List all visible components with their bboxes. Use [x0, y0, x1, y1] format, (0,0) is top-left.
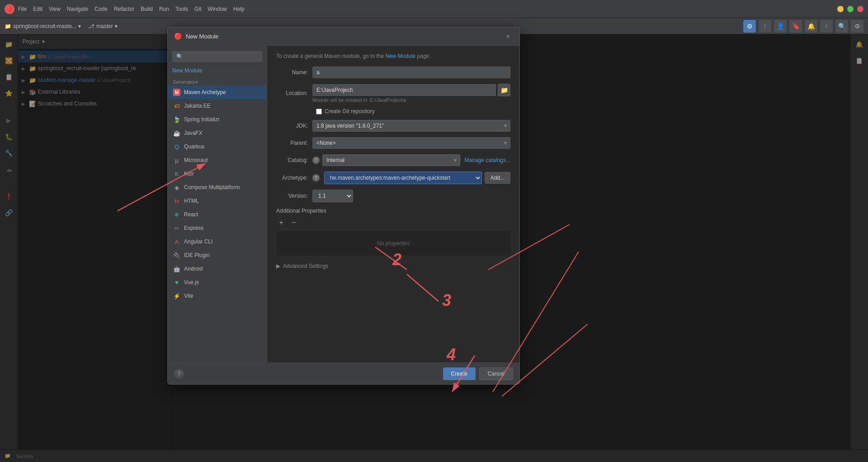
menu-refactor[interactable]: Refactor — [114, 6, 134, 12]
gen-item-express[interactable]: ex Express — [168, 221, 267, 235]
menu-build[interactable]: Build — [141, 6, 153, 12]
gen-label-micronaut: Micronaut — [184, 157, 208, 163]
no-properties-text: No properties — [276, 231, 510, 256]
project-name[interactable]: 📁 springboot-recruit-maste... ▾ — [5, 23, 81, 29]
new-module-link[interactable]: New Module — [386, 53, 416, 59]
html-icon: H — [173, 197, 180, 205]
dialog-generators-panel: New Module Generators M Maven Archetype … — [168, 46, 267, 362]
menu-git[interactable]: Git — [194, 6, 201, 12]
gen-label-angular: Angular CLI — [184, 238, 212, 245]
gen-item-javafx[interactable]: ☕ JavaFX — [168, 126, 267, 140]
gen-label-html: HTML — [184, 198, 199, 204]
branch-name[interactable]: ⎇ master ▾ — [88, 23, 118, 29]
menu-run[interactable]: Run — [159, 6, 169, 12]
catalog-row: Catalog: ? Internal Manage catalogs... — [276, 154, 510, 166]
gen-item-ktor[interactable]: K Ktor — [168, 167, 267, 181]
remove-property-button[interactable]: − — [289, 218, 299, 228]
jakarta-icon: 🏷 — [173, 102, 180, 110]
gen-item-react[interactable]: ⚛ React — [168, 208, 267, 221]
notification-icon-btn[interactable]: 🔔 — [805, 20, 817, 33]
footer-buttons: Create Cancel — [443, 367, 513, 380]
close-button[interactable] — [857, 6, 863, 12]
gen-item-jakarta[interactable]: 🏷 Jakarta EE — [168, 99, 267, 113]
dialog-close-button[interactable]: × — [503, 32, 513, 42]
ktor-icon: K — [173, 170, 180, 177]
menu-window[interactable]: Window — [208, 6, 227, 12]
gen-item-ide[interactable]: 🔌 IDE Plugin — [168, 248, 267, 262]
gen-label-express: Express — [184, 225, 203, 231]
vcs-icon-btn[interactable]: ↑ — [820, 20, 833, 33]
dialog-footer: ? Create Cancel — [168, 362, 519, 384]
menu-tools[interactable]: Tools — [175, 6, 188, 12]
settings-toolbar-btn[interactable]: ⚙ — [743, 20, 756, 33]
gen-item-quarkus[interactable]: Q Quarkus — [168, 140, 267, 153]
jdk-select[interactable]: 1.8 java version "1.8.0_271" — [312, 120, 510, 132]
git-checkbox-label[interactable]: Create Git repository — [325, 108, 375, 114]
advanced-label: Advanced Settings — [283, 263, 328, 269]
generator-search-input[interactable] — [172, 51, 262, 62]
gen-item-html[interactable]: H HTML — [168, 194, 267, 208]
version-row: Version: 1.1 — [276, 190, 510, 202]
menu-file[interactable]: File — [18, 6, 27, 12]
menu-edit[interactable]: Edit — [33, 6, 42, 12]
add-archetype-button[interactable]: Add... — [485, 172, 510, 184]
gen-item-vite[interactable]: ⚡ Vite — [168, 289, 267, 303]
help-button[interactable]: ? — [174, 369, 184, 379]
maven-icon: M — [173, 89, 180, 96]
spring-icon: 🍃 — [173, 116, 180, 123]
name-row: Name: — [276, 67, 510, 78]
archetype-help-icon[interactable]: ? — [312, 174, 320, 181]
catalog-label: Catalog: — [288, 157, 308, 163]
project-dropdown-icon: ▾ — [78, 23, 81, 29]
javafx-icon: ☕ — [173, 129, 180, 137]
app-logo: 🔴 — [5, 4, 14, 14]
name-input[interactable] — [312, 67, 510, 78]
branch-dropdown-icon: ▾ — [115, 23, 118, 29]
gen-item-micronaut[interactable]: μ Micronaut — [168, 153, 267, 167]
new-module-item[interactable]: New Module — [168, 66, 267, 77]
location-input[interactable] — [312, 84, 496, 96]
git-repository-checkbox[interactable] — [316, 109, 322, 114]
parent-select[interactable]: <None> — [312, 137, 510, 149]
git-checkbox-row: Create Git repository — [316, 108, 510, 114]
more-toolbar-btn[interactable]: ⋮ — [759, 20, 771, 33]
gen-item-vuejs[interactable]: ▼ Vue.js — [168, 276, 267, 289]
gen-item-android[interactable]: 🤖 Android — [168, 262, 267, 276]
catalog-select-wrapper: Internal — [322, 154, 460, 166]
gear-icon-btn[interactable]: ⚙ — [851, 20, 863, 33]
version-select[interactable]: 1.1 — [312, 190, 353, 202]
location-control: 📁 Module will be created in: E:\JavaProj… — [312, 84, 510, 103]
menu-view[interactable]: View — [49, 6, 61, 12]
catalog-label-text: Catalog: — [276, 157, 312, 163]
gen-label-quarkus: Quarkus — [184, 143, 204, 150]
create-button[interactable]: Create — [443, 367, 476, 380]
add-property-button[interactable]: + — [276, 218, 286, 228]
menu-code[interactable]: Code — [94, 6, 108, 12]
bookmark-icon-btn[interactable]: 🔖 — [789, 20, 802, 33]
gen-item-maven[interactable]: M Maven Archetype — [168, 86, 267, 99]
advanced-settings-toggle[interactable]: ▶ Advanced Settings — [276, 263, 510, 269]
gen-label-ktor: Ktor — [184, 171, 194, 177]
window-controls — [837, 6, 863, 12]
gen-item-compose[interactable]: ◈ Compose Multiplatform — [168, 181, 267, 194]
gen-item-spring[interactable]: 🍃 Spring Initializr — [168, 113, 267, 126]
dialog-form-panel: To create a general Maven module, go to … — [267, 46, 519, 362]
gen-item-angular[interactable]: A Angular CLI — [168, 235, 267, 248]
manage-catalogs-link[interactable]: Manage catalogs... — [465, 157, 510, 163]
header-toolbar: ⚙ ⋮ 👤 🔖 🔔 ↑ 🔍 ⚙ — [743, 20, 863, 33]
location-label: Location: — [276, 90, 312, 96]
restore-button[interactable] — [847, 6, 854, 12]
menu-help[interactable]: Help — [233, 6, 245, 12]
search-icon-btn[interactable]: 🔍 — [835, 20, 848, 33]
catalog-select[interactable]: Internal — [322, 154, 460, 166]
cancel-button[interactable]: Cancel — [479, 367, 513, 380]
gen-label-jakarta: Jakarta EE — [184, 103, 211, 109]
quarkus-icon: Q — [173, 143, 180, 150]
user-icon-btn[interactable]: 👤 — [774, 20, 787, 33]
browse-folder-button[interactable]: 📁 — [498, 84, 510, 96]
menu-navigate[interactable]: Navigate — [67, 6, 88, 12]
minimize-button[interactable] — [837, 6, 844, 12]
archetype-select[interactable]: he.maven.archetypes:maven-archetype-quic… — [324, 171, 482, 184]
catalog-help-icon[interactable]: ? — [312, 157, 320, 164]
dialog-search-area — [168, 49, 267, 66]
